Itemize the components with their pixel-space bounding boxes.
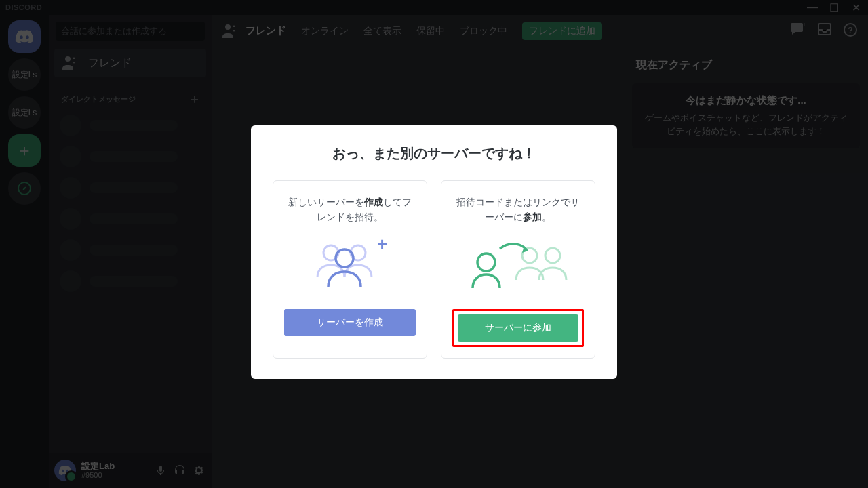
svg-point-9	[477, 253, 495, 271]
join-card-desc: 招待コードまたはリンクでサーバーに参加。	[452, 195, 584, 225]
highlight-annotation: サーバーに参加	[452, 309, 584, 347]
svg-point-11	[545, 248, 560, 263]
create-server-button[interactable]: サーバーを作成	[284, 309, 416, 336]
svg-text:+: +	[377, 238, 387, 254]
create-server-card: 新しいサーバーを作成してフレンドを招待。 + サーバーを作成	[273, 180, 427, 359]
modal-title: おっ、また別のサーバーですね！	[273, 144, 595, 163]
modal-overlay[interactable]: おっ、また別のサーバーですね！ 新しいサーバーを作成してフレンドを招待。	[0, 0, 868, 488]
svg-point-7	[336, 249, 353, 267]
create-graphic: +	[284, 237, 416, 294]
create-card-desc: 新しいサーバーを作成してフレンドを招待。	[284, 195, 416, 225]
join-server-card: 招待コードまたはリンクでサーバーに参加。	[441, 180, 595, 359]
join-graphic	[452, 237, 584, 294]
server-modal: おっ、また別のサーバーですね！ 新しいサーバーを作成してフレンドを招待。	[251, 125, 617, 379]
modal-cards: 新しいサーバーを作成してフレンドを招待。 + サーバーを作成	[273, 180, 595, 359]
join-server-button[interactable]: サーバーに参加	[458, 314, 578, 342]
